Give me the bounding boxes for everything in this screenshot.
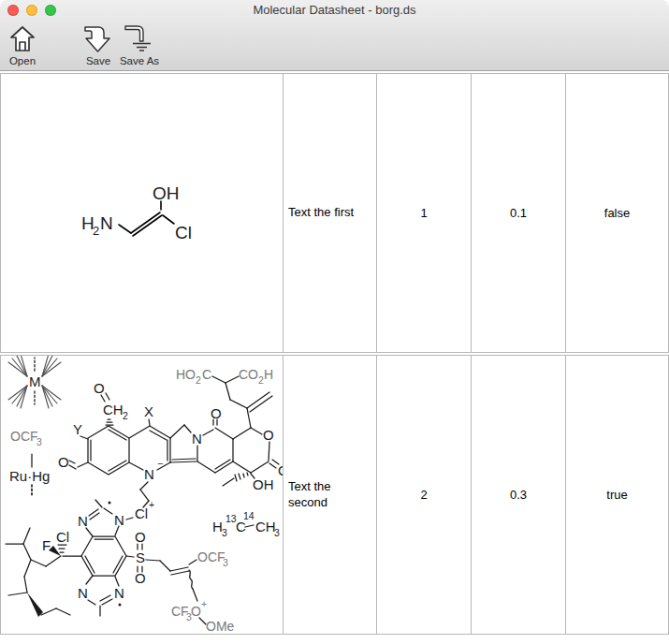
ch2-subscript: 2 xyxy=(123,410,128,421)
metal-m-label: M xyxy=(29,373,41,389)
chloro-label: Cl xyxy=(175,223,192,242)
cell-text-row1[interactable]: Text the first xyxy=(283,73,376,353)
ruhg-label: Ru·Hg xyxy=(9,468,50,484)
radical-dot-top xyxy=(109,502,111,505)
co2h-label: CO xyxy=(239,367,258,382)
x-substituent-label: X xyxy=(144,403,153,419)
sulfur-label: S xyxy=(136,549,145,565)
ocf3-subscript: 3 xyxy=(36,436,42,447)
imidazole-n-botright: N xyxy=(114,585,124,601)
oxocarbenium-o-label: O xyxy=(191,604,201,619)
titlebar: Molecular Datasheet - borg.ds xyxy=(0,0,669,21)
molecule-row1: H 2 N OH Cl xyxy=(1,74,283,352)
hydroxyl-label: OH xyxy=(153,183,180,203)
imidazole-n-botleft: N xyxy=(78,585,88,601)
bridge-cl-label: Cl xyxy=(135,505,148,521)
window-title: Molecular Datasheet - borg.ds xyxy=(0,0,669,20)
vinyl-ocf3-subscript: 3 xyxy=(223,557,228,568)
cell-integer-row2[interactable]: 2 xyxy=(376,355,471,635)
benzobisimidazole-fragment: N N N N Cl F xyxy=(6,500,126,617)
aldehyde-left-o-label: O xyxy=(58,454,69,470)
stereo-f-label: F xyxy=(42,537,51,553)
wavy-bond xyxy=(189,570,193,589)
save-as-button[interactable]: Save As xyxy=(118,22,161,66)
datasheet-table: H 2 N OH Cl Text the first 1 0.1 false xyxy=(0,71,669,637)
tertiary-oh-label: OH xyxy=(253,476,274,492)
save-as-label: Save As xyxy=(120,55,159,66)
save-icon xyxy=(80,22,117,54)
iso-ch-subscript: 3 xyxy=(274,527,280,538)
pyrrole-n-label: N xyxy=(192,431,202,446)
table-row-2: M OCF 3 Ru·Hg xyxy=(0,355,669,635)
cell-molecule-row1[interactable]: H 2 N OH Cl xyxy=(0,73,283,353)
iso-14-superscript: 14 xyxy=(243,510,255,521)
pyridone-o-label: O xyxy=(211,405,222,421)
aldehyde-top-o-label: O xyxy=(94,380,105,396)
stereo-cl-label: Cl xyxy=(56,529,69,545)
ome-label: OMe xyxy=(206,619,235,634)
metal-complex: M xyxy=(8,356,61,408)
save-label: Save xyxy=(86,55,110,66)
window-chrome: Molecular Datasheet - borg.ds Open Save xyxy=(0,0,669,71)
iso-ch-label: CH xyxy=(255,519,276,534)
sulfonyl-o-bottom: O xyxy=(135,570,146,586)
radical-dot-bottom xyxy=(119,604,122,607)
molecule-row2: M OCF 3 Ru·Hg xyxy=(1,356,283,634)
open-button[interactable]: Open xyxy=(5,22,40,66)
amine-n-label: N xyxy=(100,213,113,233)
cell-real-row2[interactable]: 0.3 xyxy=(471,355,565,635)
cell-boolean-row2[interactable]: true xyxy=(565,355,669,635)
open-label: Open xyxy=(9,55,36,66)
camptothecin-core: N − N O O O OH X Y CH 2 O O HO 2 xyxy=(58,367,283,521)
ocf3-label: OCF xyxy=(10,429,38,444)
cell-boolean-row1[interactable]: false xyxy=(565,73,669,353)
table-row-1: H 2 N OH Cl Text the first 1 0.1 false xyxy=(0,73,669,353)
ho2c-label: HO xyxy=(176,367,196,382)
open-icon xyxy=(5,22,40,54)
sulfonyl-o-top: O xyxy=(135,529,146,545)
save-button[interactable]: Save xyxy=(80,22,117,66)
ho2c-c-label: C xyxy=(202,367,211,382)
ocf3-fragment: OCF 3 xyxy=(10,429,42,447)
quinoline-n-label: N xyxy=(144,466,154,482)
imidazole-n-topright: N xyxy=(114,512,124,528)
ester-o-label: O xyxy=(278,462,283,478)
ch2-label: CH xyxy=(103,402,124,417)
iso-h-subscript: 3 xyxy=(222,527,227,538)
lactone-ring-o-label: O xyxy=(263,427,274,443)
y-substituent-label: Y xyxy=(73,421,82,437)
bridge-plus-charge: + xyxy=(149,499,154,510)
cell-text-row2[interactable]: Text the second xyxy=(283,355,376,635)
imidazole-n-topleft: N xyxy=(78,513,88,529)
cell-real-row1[interactable]: 0.1 xyxy=(471,73,565,353)
vinyl-ocf3-label: OCF xyxy=(197,549,225,564)
app-window: Molecular Datasheet - borg.ds Open Save xyxy=(0,0,669,644)
sulfonyl-fragment: S O O OCF 3 CF 3 O xyxy=(126,529,235,634)
co2h-h-label: H xyxy=(264,367,273,382)
quinoline-minus-charge: − xyxy=(157,458,163,469)
ho2c-subscript: 2 xyxy=(196,374,201,386)
ruthenium-mercury-fragment: Ru·Hg xyxy=(9,454,50,497)
cell-molecule-row2[interactable]: M OCF 3 Ru·Hg xyxy=(0,355,283,635)
isotope-ethane-fragment: H 3 13 C 14 CH 3 xyxy=(212,510,280,538)
save-as-icon xyxy=(118,22,161,54)
amine-h-subscript: 2 xyxy=(93,224,99,238)
cell-integer-row1[interactable]: 1 xyxy=(376,73,471,353)
oxocarbenium-plus-charge: + xyxy=(201,598,207,609)
molecule1-bonds xyxy=(119,201,174,236)
